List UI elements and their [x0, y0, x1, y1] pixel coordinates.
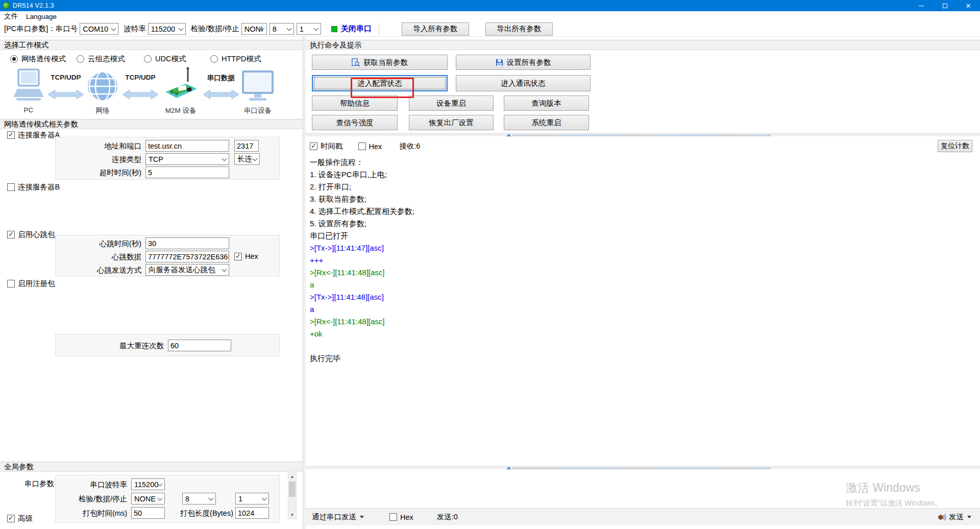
menu-file[interactable]: 文件 — [0, 11, 22, 21]
chevron-down-icon — [222, 267, 227, 272]
heartbeat-enable-checkbox[interactable]: 启用心跳包 — [7, 230, 55, 239]
parity-select[interactable]: NONI — [241, 23, 267, 35]
timestamp-checkbox[interactable]: 时间戳 — [310, 141, 343, 151]
pc-laptop-icon — [11, 68, 46, 107]
node-label-pc: PC — [15, 106, 42, 114]
set-params-button[interactable]: 设置所有参数 — [456, 55, 591, 70]
checkbox-icon — [7, 131, 15, 139]
log-hex-label: Hex — [369, 142, 382, 151]
send-hex-checkbox[interactable]: Hex — [389, 513, 413, 521]
radio-icon — [10, 55, 18, 63]
checkbox-icon — [7, 231, 15, 238]
log-output[interactable]: 一般操作流程：1. 设备连PC串口,上电;2. 打开串口;3. 获取当前参数;4… — [306, 153, 980, 466]
addr-port-label: 地址和端口 — [56, 141, 141, 151]
scroll-down-icon[interactable]: ▼ — [288, 511, 296, 519]
heartbeat-data-input[interactable]: 7777772E7573722E636E — [145, 251, 229, 262]
radio-label: 网络透传模式 — [21, 54, 66, 64]
log-line: 5. 设置所有参数; — [310, 218, 976, 230]
server-a-checkbox[interactable]: 连接服务器A — [7, 130, 60, 140]
device-reboot-button[interactable]: 设备重启 — [409, 95, 494, 111]
stopbits-select[interactable]: 1 — [297, 23, 321, 35]
packlen-label: 打包长度(Bytes) — [177, 509, 233, 518]
splitter-collapse-handle[interactable] — [506, 467, 771, 470]
log-hex-checkbox[interactable]: Hex — [358, 142, 382, 151]
system-reboot-label: 系统重启 — [532, 118, 561, 128]
log-splitter-bottom[interactable] — [306, 466, 980, 470]
log-line: >[Rx<-][11:41:48][asc] — [310, 316, 976, 328]
radio-udc-mode[interactable]: UDC模式 — [144, 54, 186, 64]
scrollbar-thumb[interactable] — [289, 482, 296, 497]
chevron-down-icon — [209, 495, 214, 500]
title-bar: DR514 V2.1.3 ✕ — [0, 0, 980, 11]
enter-config-button[interactable]: 进入配置状态 — [312, 75, 448, 91]
system-reboot-button[interactable]: 系统重启 — [504, 115, 589, 130]
global-scrollbar[interactable]: ▲ ▼ — [288, 472, 297, 519]
server-port-input[interactable]: 2317 — [234, 140, 259, 152]
export-all-params-button[interactable]: 导出所有参数 — [485, 22, 553, 36]
enter-comm-button[interactable]: 进入通讯状态 — [456, 75, 591, 91]
checkbox-icon — [7, 183, 15, 191]
parity-label: 检验/数据/停止 — [191, 24, 239, 34]
radio-label: UDC模式 — [155, 54, 186, 64]
checkbox-icon — [389, 513, 397, 521]
databits-select[interactable]: 8 — [270, 23, 294, 35]
log-line: 3. 获取当前参数; — [310, 193, 976, 205]
reconnect-input[interactable]: 60 — [168, 340, 231, 351]
sent-count: 发送:0 — [437, 512, 458, 522]
save-icon — [496, 59, 503, 66]
splitter-collapse-handle[interactable] — [506, 134, 771, 137]
send-via-serial-dropdown[interactable]: 通过串口发送 — [309, 511, 367, 523]
register-enable-checkbox[interactable]: 启用注册包 — [7, 279, 55, 288]
close-button[interactable]: ✕ — [957, 0, 980, 11]
factory-reset-button[interactable]: 恢复出厂设置 — [409, 115, 494, 130]
global-parity-select[interactable]: NONE — [131, 493, 165, 504]
recv-count: 接收:6 — [399, 141, 420, 151]
chevron-down-icon — [313, 26, 318, 31]
radio-net-transparent-mode[interactable]: 网络透传模式 — [10, 54, 66, 64]
query-signal-button[interactable]: 查信号强度 — [312, 115, 398, 130]
reconnect-panel: 最大重连次数 60 — [55, 334, 280, 356]
packlen-input[interactable]: 1024 — [235, 507, 269, 519]
maximize-button[interactable] — [933, 0, 957, 11]
port-open-indicator-icon — [331, 26, 337, 32]
com-port-select[interactable]: COM10 — [80, 23, 118, 35]
reset-count-button[interactable]: 复位计数 — [938, 140, 972, 152]
app-window: DR514 V2.1.3 ✕ 文件 Language [PC串口参数]：串口号 … — [0, 0, 980, 529]
heartbeat-hex-checkbox[interactable]: Hex — [234, 252, 258, 260]
advanced-label: 高级 — [18, 514, 33, 523]
log-splitter-top[interactable] — [306, 133, 980, 137]
radio-httpd-mode[interactable]: HTTPD模式 — [210, 54, 261, 64]
minimize-button[interactable] — [910, 0, 933, 11]
query-version-button[interactable]: 查询版本 — [504, 95, 589, 111]
watermark-line2: 转到“设置”以激活 Windows。 — [846, 498, 942, 508]
heartbeat-mode-select[interactable]: 向服务器发送心跳包 — [145, 264, 229, 276]
close-port-button[interactable]: 关闭串口 — [331, 24, 372, 34]
import-all-params-button[interactable]: 导入所有参数 — [402, 22, 469, 36]
link-label-serial-data: 串口数据 — [198, 74, 244, 83]
timeout-input[interactable]: 5 — [145, 166, 229, 178]
menu-language[interactable]: Language — [22, 11, 61, 21]
help-button[interactable]: 帮助信息 — [312, 95, 398, 111]
send-via-serial-label: 通过串口发送 — [312, 512, 356, 522]
scroll-up-icon[interactable]: ▲ — [288, 473, 296, 480]
baud-select[interactable]: 115200 — [148, 23, 186, 35]
set-params-label: 设置所有参数 — [507, 58, 551, 67]
log-line: a — [310, 279, 976, 291]
radio-cloud-mode[interactable]: 云组态模式 — [77, 54, 125, 64]
send-button[interactable]: 发送 — [935, 511, 974, 523]
server-address-input[interactable]: test.usr.cn — [145, 140, 229, 152]
global-stopbits-select[interactable]: 1 — [235, 493, 269, 504]
global-baud-select[interactable]: 115200 — [131, 478, 165, 490]
get-params-button[interactable]: 获取当前参数 — [312, 55, 448, 70]
conn-mode-select[interactable]: 长连 — [234, 153, 260, 165]
query-version-label: 查询版本 — [532, 99, 561, 108]
stopbits-value: 1 — [300, 25, 304, 33]
conn-type-select[interactable]: TCP — [145, 153, 229, 165]
advanced-checkbox[interactable]: 高级 — [7, 514, 33, 523]
heartbeat-time-input[interactable]: 30 — [145, 237, 229, 249]
packtime-input[interactable]: 50 — [131, 507, 165, 519]
server-b-checkbox[interactable]: 连接服务器B — [7, 182, 60, 192]
baud-label: 波特率 — [124, 24, 146, 34]
global-databits-select[interactable]: 8 — [182, 493, 216, 504]
minimize-icon — [919, 6, 924, 6]
